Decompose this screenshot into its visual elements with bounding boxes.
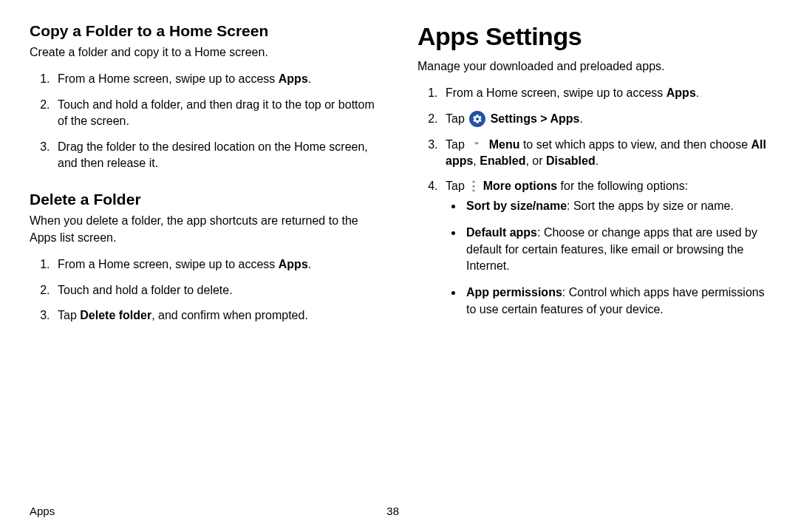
svg-point-1	[473, 185, 475, 187]
delete-folder-intro: When you delete a folder, the app shortc…	[30, 213, 381, 246]
list-item: App permissions: Control which apps have…	[463, 284, 768, 318]
step-text: .	[696, 86, 699, 99]
list-item: Tap More options for the following optio…	[441, 178, 768, 318]
enabled-label: Enabled	[480, 154, 525, 167]
step-text: From a Home screen, swipe up to access	[58, 258, 279, 270]
bullet-text: : Sort the apps by size or name.	[567, 200, 734, 212]
step-text: .	[579, 112, 582, 125]
right-column: Apps Settings Manage your downloaded and…	[417, 22, 768, 495]
step-text: , and confirm when prompted.	[151, 309, 308, 321]
step-text: .	[308, 72, 311, 85]
more-options-icon	[468, 179, 479, 194]
more-options-label: More options	[480, 180, 557, 192]
list-item: From a Home screen, swipe up to access A…	[441, 85, 768, 101]
apps-label: Apps	[279, 258, 308, 270]
dropdown-icon	[469, 137, 484, 150]
settings-icon	[469, 111, 485, 127]
step-text: Tap	[446, 138, 468, 151]
step-text: .	[596, 154, 598, 167]
list-item: From a Home screen, swipe up to access A…	[53, 71, 381, 87]
delete-folder-label: Delete folder	[80, 309, 151, 321]
footer-section: Apps	[30, 505, 55, 517]
apps-settings-intro: Manage your downloaded and preloaded app…	[417, 58, 768, 75]
list-item: Default apps: Choose or change apps that…	[463, 225, 768, 274]
list-item: Sort by size/name: Sort the apps by size…	[463, 198, 768, 214]
sort-label: Sort by size/name	[466, 200, 567, 212]
delete-folder-heading: Delete a Folder	[30, 191, 381, 208]
step-text: .	[308, 258, 311, 270]
default-apps-label: Default apps	[466, 226, 537, 239]
delete-folder-steps: From a Home screen, swipe up to access A…	[30, 256, 381, 324]
step-text: ,	[473, 154, 480, 167]
apps-settings-steps: From a Home screen, swipe up to access A…	[417, 85, 768, 318]
list-item: Tap Settings > Apps.	[441, 111, 768, 128]
copy-folder-intro: Create a folder and copy it to a Home sc…	[30, 44, 381, 61]
apps-label: Apps	[666, 86, 696, 99]
svg-point-0	[473, 180, 475, 183]
copy-folder-steps: From a Home screen, swipe up to access A…	[30, 71, 381, 171]
copy-folder-heading: Copy a Folder to a Home Screen	[30, 22, 381, 40]
menu-label: Menu	[485, 138, 519, 151]
step-text: From a Home screen, swipe up to access	[446, 86, 666, 99]
more-options-bullets: Sort by size/name: Sort the apps by size…	[446, 198, 768, 318]
footer-page: 38	[386, 505, 399, 517]
list-item: Touch and hold a folder to delete.	[53, 282, 381, 299]
list-item: Drag the folder to the desired location …	[53, 139, 381, 172]
step-text: Tap	[446, 112, 468, 125]
step-text: for the following options:	[557, 180, 688, 192]
list-item: Tap Delete folder, and confirm when prom…	[53, 307, 381, 324]
page-footer: Apps 38	[30, 505, 399, 517]
page-columns: Copy a Folder to a Home Screen Create a …	[30, 22, 768, 495]
disabled-label: Disabled	[546, 154, 596, 167]
step-text: Tap	[58, 309, 80, 321]
svg-point-2	[473, 189, 475, 191]
list-item: From a Home screen, swipe up to access A…	[53, 256, 381, 273]
step-text: to set which apps to view, and then choo…	[519, 138, 751, 151]
left-column: Copy a Folder to a Home Screen Create a …	[30, 22, 381, 495]
settings-apps-label: Settings > Apps	[487, 112, 579, 125]
step-text: , or	[525, 154, 546, 167]
step-text: Tap	[446, 180, 468, 192]
apps-label: Apps	[279, 72, 308, 85]
step-text: From a Home screen, swipe up to access	[58, 72, 279, 85]
apps-settings-heading: Apps Settings	[417, 22, 768, 51]
list-item: Touch and hold a folder, and then drag i…	[53, 97, 381, 130]
app-permissions-label: App permissions	[466, 286, 562, 299]
list-item: Tap Menu to set which apps to view, and …	[441, 137, 768, 170]
